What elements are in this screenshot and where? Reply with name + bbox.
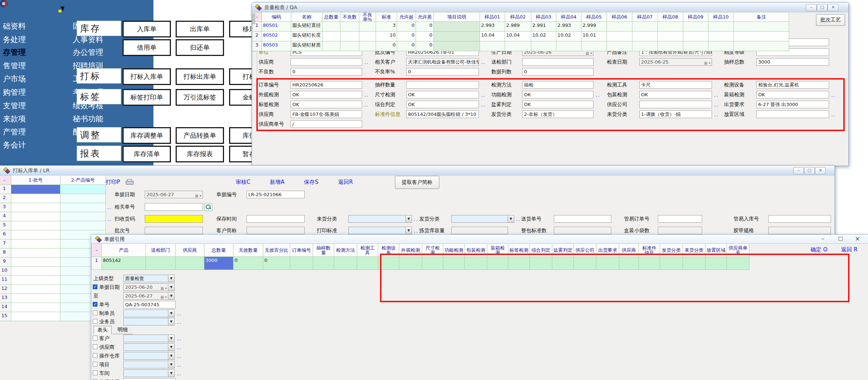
cell[interactable]: 0 — [416, 41, 434, 51]
panel-dropdown-button[interactable]: ▼ — [168, 369, 175, 377]
module-button-库存清单[interactable]: 库存清单 — [123, 146, 171, 162]
cell[interactable]: 0 — [416, 32, 434, 41]
cell[interactable] — [11, 212, 60, 221]
panel-checkbox-制单员[interactable] — [93, 311, 97, 315]
panel-field-单据日期[interactable]: 2025-06-20▦ ▾ — [123, 283, 168, 291]
qa-minimize-button[interactable]: – — [806, 4, 817, 11]
field-来货分类[interactable] — [348, 215, 406, 223]
ref-minimize-button[interactable]: – — [821, 235, 824, 242]
cell[interactable] — [11, 194, 60, 203]
cell[interactable] — [60, 203, 106, 212]
cell[interactable] — [658, 41, 683, 51]
panel-checkbox-项目[interactable] — [93, 362, 97, 367]
field-相关客户[interactable]: 天津汇润机电设备有限公司-耿佳华 — [406, 58, 479, 66]
lr-toolbar-link-新增A[interactable]: 新增A — [270, 179, 284, 186]
module-button-产品转换单[interactable]: 产品转换单 — [176, 127, 224, 144]
cell[interactable] — [11, 312, 60, 321]
cell[interactable] — [60, 221, 106, 230]
cell[interactable] — [359, 22, 376, 32]
cell[interactable] — [556, 41, 581, 51]
field-管易订单号[interactable] — [658, 215, 702, 223]
cell[interactable] — [632, 22, 658, 32]
lr-toolbar-link-打印P[interactable]: 打印P — [106, 179, 120, 186]
module-button-打标出库单[interactable]: 打标出库单 — [176, 68, 224, 85]
panel-checkbox-车间[interactable] — [93, 371, 97, 375]
ref-maximize-button[interactable]: □ — [838, 235, 843, 241]
tab-detail[interactable]: 明细 — [112, 326, 133, 334]
module-button-归还单[interactable]: 归还单 — [176, 39, 224, 56]
module-button-借用单[interactable]: 借用单 — [123, 39, 171, 56]
cell[interactable] — [359, 32, 376, 41]
panel-field-上级类型[interactable]: 质量检查 — [123, 275, 168, 282]
lr-maximize-button[interactable]: □ — [804, 167, 815, 174]
cell[interactable] — [11, 203, 60, 212]
panel-field-业务员[interactable] — [123, 318, 168, 326]
field-盒装小袋数[interactable] — [658, 227, 702, 234]
cell[interactable]: 0 — [233, 257, 263, 270]
module-button-万引流标签[interactable]: 万引流标签 — [176, 89, 224, 106]
module-button-标签打印单[interactable]: 标签打印单 — [123, 89, 171, 106]
field-不良率%[interactable]: 0 — [406, 68, 479, 76]
module-button-出库单[interactable]: 出库单 — [176, 21, 224, 37]
ref-titlebar[interactable]: 单据引用 – □ × — [91, 235, 868, 244]
ref-close-button[interactable]: × — [855, 235, 860, 242]
panel-lookup-dots[interactable]: .. — [177, 353, 181, 359]
cell[interactable] — [11, 248, 60, 258]
panel-lookup-dots[interactable]: .. — [177, 336, 181, 341]
field-保存时间[interactable] — [247, 215, 305, 223]
qa-close-button[interactable]: × — [828, 4, 839, 11]
cell[interactable]: 80503 — [262, 41, 291, 51]
cell[interactable]: 0 — [416, 22, 434, 32]
module-button-打标入库单[interactable]: 打标入库单 — [123, 68, 171, 85]
cell[interactable]: 3000 — [204, 257, 233, 270]
field-客户简称[interactable] — [247, 227, 305, 234]
calendar-icon[interactable]: ▦ ▾ — [160, 285, 167, 291]
cell[interactable] — [323, 22, 340, 32]
field-不良数[interactable]: 0 — [291, 68, 362, 76]
cell[interactable] — [607, 41, 632, 51]
cell[interactable] — [632, 41, 658, 51]
panel-dropdown-button[interactable]: ▼ — [168, 343, 175, 351]
qa-maximize-button[interactable]: □ — [817, 4, 828, 11]
cell[interactable]: 2.993 — [480, 22, 505, 32]
field-胶带规格[interactable] — [768, 227, 831, 234]
lookup-dots[interactable]: .. — [107, 205, 112, 210]
panel-dropdown-button[interactable]: ▼ — [168, 310, 175, 317]
qa-scrollbar-thumb[interactable] — [252, 13, 255, 24]
cell[interactable] — [11, 294, 60, 303]
cell[interactable] — [607, 32, 632, 41]
lookup-dots[interactable]: .. — [481, 60, 485, 65]
ref-confirm-link[interactable]: 确定 O — [811, 246, 828, 253]
panel-lookup-dots[interactable]: .. — [177, 319, 181, 325]
field-抽样总数[interactable]: 3000 — [756, 58, 829, 66]
panel-field-客户[interactable] — [123, 335, 168, 342]
cell[interactable]: 圆头销钉直径 — [291, 22, 323, 32]
cell[interactable] — [708, 32, 734, 41]
lookup-magnifier-icon[interactable] — [204, 203, 212, 211]
cell[interactable] — [708, 22, 734, 32]
cell[interactable] — [11, 267, 60, 276]
field-供应商[interactable] — [291, 58, 362, 66]
calendar-icon[interactable]: ▦ ▾ — [160, 294, 167, 300]
cell[interactable] — [11, 285, 60, 294]
field-发货分类[interactable] — [451, 215, 508, 223]
cell[interactable] — [11, 276, 60, 285]
cell[interactable] — [11, 239, 60, 248]
cell[interactable] — [323, 41, 340, 51]
cell[interactable] — [359, 41, 376, 51]
cell[interactable] — [11, 303, 60, 312]
cell[interactable] — [290, 257, 313, 270]
cell[interactable] — [340, 32, 359, 41]
lookup-dots[interactable]: .. — [516, 217, 520, 222]
cell[interactable]: 10.04 — [480, 32, 505, 41]
panel-dropdown-button[interactable]: ▼ — [168, 361, 175, 368]
cell[interactable]: 2.993 — [556, 22, 581, 32]
module-button-库存报表[interactable]: 库存报表 — [176, 146, 224, 162]
cell[interactable]: 80501 — [262, 22, 291, 32]
panel-field-单号[interactable]: QA-25-003745 — [123, 301, 176, 308]
lookup-dots[interactable]: .. — [414, 217, 418, 222]
calendar-icon[interactable]: ▦ ▾ — [704, 60, 711, 66]
cell[interactable]: 10.02 — [556, 32, 581, 41]
lookup-dots[interactable]: .. — [107, 217, 112, 222]
field-扫收货码[interactable] — [145, 215, 203, 223]
